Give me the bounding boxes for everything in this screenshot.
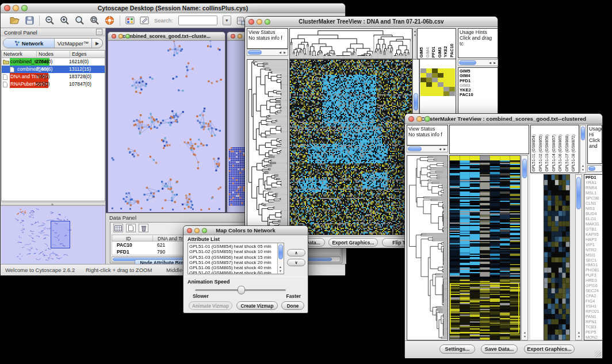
row-dendrogram-canvas[interactable] [407,156,447,340]
main-titlebar[interactable]: Cytoscape Desktop (Session Name: collins… [1,3,345,13]
minimize-icon[interactable] [416,116,422,122]
minimize-icon[interactable] [194,228,200,233]
column-header[interactable]: Edges [70,51,87,57]
treeview1-titlebar[interactable]: ClusterMaker TreeView : DNA and Tran 07-… [245,17,498,27]
zoom-in-icon[interactable] [60,16,70,25]
matrix-cell[interactable] [449,68,455,73]
zoom-heatmap-vscrollbar[interactable]: ▲▼ [575,174,582,340]
create-vizmap-button[interactable]: Create Vizmap [236,301,278,310]
matrix-cell[interactable] [426,73,432,78]
vizmapper-panel-icon[interactable] [125,16,135,25]
minimize-icon[interactable] [238,34,242,39]
heatmap-canvas[interactable] [450,156,520,340]
column-header[interactable]: ID [126,236,131,242]
export-graphics-button[interactable]: Export Graphics... [328,238,378,247]
matrix-cell[interactable] [449,73,455,78]
column-header[interactable]: Nodes [36,51,53,57]
network-list-row[interactable]: combined_scores2764(0)16218(0) [2,58,105,66]
matrix-cell[interactable] [426,91,432,96]
zoom-fit-icon[interactable] [75,16,85,25]
dialog-titlebar[interactable]: Map Colors to Network [183,226,308,235]
matrix-cell[interactable] [449,87,455,91]
matrix-cell[interactable] [443,78,449,82]
new-attribute-icon[interactable] [126,224,136,232]
settings-button[interactable]: Settings... [439,344,475,354]
delete-attribute-icon[interactable] [139,224,148,232]
matrix-cell[interactable] [443,68,449,73]
network-list-row[interactable]: DNA and Tran 07769(0)183728(0) [2,73,105,81]
similarity-matrix[interactable] [420,68,455,96]
matrix-cell[interactable] [443,87,449,91]
matrix-cell[interactable] [449,82,455,87]
network-view-canvas-1[interactable] [108,41,225,212]
matrix-cell[interactable] [438,68,443,73]
zoom-heatmap-canvas[interactable] [544,175,569,340]
network-overview-canvas[interactable] [1,206,105,264]
open-session-icon[interactable] [10,16,20,25]
matrix-cell[interactable] [420,68,426,73]
export-graphics-button[interactable]: Export Graphics... [524,344,575,354]
matrix-cell[interactable] [426,87,432,91]
matrix-cell[interactable] [443,73,449,78]
view-status-hscrollbar[interactable]: ◀▶ [407,145,448,152]
matrix-cell[interactable] [420,73,426,78]
matrix-cell[interactable] [426,78,432,82]
matrix-cell[interactable] [432,78,438,82]
help-lifering-icon[interactable] [105,16,114,25]
view-status-hscrollbar[interactable]: ◀▶ [247,49,288,56]
float-panel-icon[interactable]: ◳ [96,29,102,35]
matrix-cell[interactable] [432,91,438,96]
matrix-cell[interactable] [449,91,455,96]
matrix-cell[interactable] [420,78,426,82]
attribute-select-icon[interactable] [113,224,123,232]
matrix-cell[interactable] [438,91,443,96]
tab-vizmapper[interactable]: VizMapper™ [55,39,92,48]
column-labels-vscrollbar[interactable]: ▲▼ [580,125,586,173]
save-data-button[interactable]: Save Data... [481,344,518,354]
matrix-cell[interactable] [432,73,438,78]
matrix-cell[interactable] [438,87,443,91]
row-dendrogram-canvas[interactable] [247,60,288,235]
matrix-cell[interactable] [443,82,449,87]
matrix-cell[interactable] [438,82,443,87]
done-button[interactable]: Done [281,301,304,310]
matrix-cell[interactable] [432,68,438,73]
close-icon[interactable] [248,19,254,25]
usage-hints-hscrollbar[interactable]: ◀▶ [458,59,498,66]
attribute-list-item[interactable]: GPL51-06 (GSM865) heat shock 40 min [189,265,276,270]
heatmap-canvas[interactable] [290,60,412,235]
panel-resize-divider[interactable] [1,202,106,206]
matrix-cell[interactable] [449,78,455,82]
column-dendrogram-canvas[interactable] [290,29,412,59]
zoom-window-icon[interactable] [21,5,28,12]
window-controls[interactable] [4,5,28,12]
usage-hints-hscrollbar[interactable] [587,165,602,172]
matrix-cell[interactable] [420,91,426,96]
zoom-out-icon[interactable] [45,16,55,25]
matrix-cell[interactable] [438,78,443,82]
network-list-row[interactable]: RNAPuberNov2+563(0)107847(0) [2,81,105,88]
matrix-cell[interactable] [420,82,426,87]
animate-vizmap-button[interactable]: Animate Vizmap [189,301,232,310]
resize-grip[interactable] [595,351,601,357]
network-list-row[interactable]: combined_sco2569(6)13112(15) [2,66,105,73]
zoom-window-icon[interactable] [265,19,270,25]
close-icon[interactable] [231,34,235,39]
tab-network[interactable]: Network [3,39,55,48]
close-icon[interactable] [4,5,10,12]
search-input[interactable] [178,16,217,25]
matrix-cell[interactable] [432,87,438,91]
zoom-window-icon[interactable] [202,228,207,233]
matrix-cell[interactable] [426,68,432,73]
gene-label[interactable]: MON2 [586,335,599,340]
attribute-list-item[interactable]: GPL51-03 (GSM856) heat shock 15 min [189,255,276,260]
move-up-button[interactable]: ∧ [287,249,305,256]
minimize-icon[interactable] [118,34,123,39]
zoom-window-icon[interactable] [125,34,130,39]
close-icon[interactable] [408,116,414,122]
attribute-list-item[interactable]: GPL51-04 (GSM857) heat shock 20 min [189,260,276,265]
matrix-cell[interactable] [432,82,438,87]
matrix-cell[interactable] [438,73,443,78]
attribute-list-item[interactable]: GPL51-01 (GSM854) heat shock 05 min [189,244,276,249]
attribute-listbox[interactable]: GPL51-01 (GSM854) heat shock 05 minGPL51… [188,243,284,274]
